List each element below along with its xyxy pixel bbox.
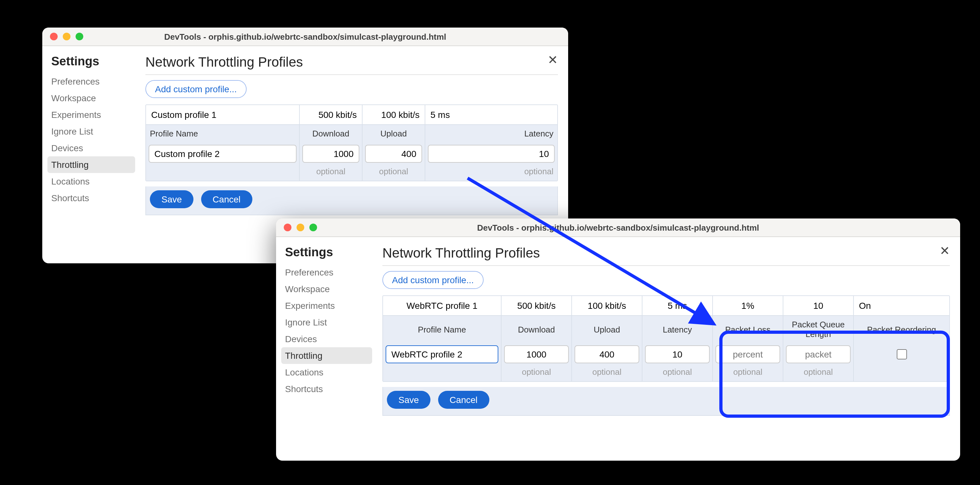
profile-edit-row bbox=[146, 142, 557, 165]
cancel-button[interactable]: Cancel bbox=[201, 190, 252, 208]
button-bar: Save Cancel bbox=[382, 387, 950, 416]
titlebar[interactable]: DevTools - orphis.github.io/webrtc-sandb… bbox=[42, 27, 568, 46]
header-profile-name: Profile Name bbox=[383, 316, 501, 343]
sidebar-item-throttling[interactable]: Throttling bbox=[281, 347, 372, 364]
profile-latency-cell: 5 ms bbox=[643, 296, 713, 315]
window-title: DevTools - orphis.github.io/webrtc-sandb… bbox=[42, 32, 568, 41]
profile-edit-header: Profile Name Download Upload Latency Pac… bbox=[383, 316, 949, 343]
sidebar-item-workspace[interactable]: Workspace bbox=[48, 90, 135, 107]
profile-name-cell: WebRTC profile 1 bbox=[383, 296, 501, 315]
traffic-light-close[interactable] bbox=[50, 33, 58, 40]
optional-label: optional bbox=[363, 165, 425, 181]
cancel-button[interactable]: Cancel bbox=[438, 391, 489, 409]
throttling-profiles-table: WebRTC profile 1 500 kbit/s 100 kbit/s 5… bbox=[382, 295, 950, 382]
profile-packet-loss-cell: 1% bbox=[713, 296, 783, 315]
traffic-light-close[interactable] bbox=[284, 224, 291, 231]
latency-input[interactable] bbox=[428, 145, 555, 163]
header-download: Download bbox=[501, 316, 572, 343]
profile-download-cell: 500 kbit/s bbox=[300, 105, 363, 124]
sidebar-item-workspace[interactable]: Workspace bbox=[281, 281, 372, 297]
download-input[interactable] bbox=[302, 145, 360, 163]
traffic-light-minimize[interactable] bbox=[297, 224, 304, 231]
profile-latency-cell: 5 ms bbox=[425, 105, 557, 124]
header-profile-name: Profile Name bbox=[146, 125, 300, 142]
optional-label: optional bbox=[501, 366, 572, 381]
profile-edit-header: Profile Name Download Upload Latency bbox=[146, 125, 557, 142]
optional-hint-row: optional optional optional optional opti… bbox=[383, 366, 949, 381]
titlebar[interactable]: DevTools - orphis.github.io/webrtc-sandb… bbox=[276, 218, 960, 237]
sidebar-item-locations[interactable]: Locations bbox=[281, 364, 372, 380]
settings-sidebar: Settings Preferences Workspace Experimen… bbox=[42, 46, 135, 263]
optional-label: optional bbox=[713, 366, 783, 381]
profile-name-input[interactable] bbox=[149, 145, 297, 163]
optional-label: optional bbox=[300, 165, 363, 181]
page-title: Network Throttling Profiles bbox=[145, 54, 558, 70]
sidebar-item-shortcuts[interactable]: Shortcuts bbox=[48, 190, 135, 206]
sidebar-item-throttling[interactable]: Throttling bbox=[48, 156, 135, 173]
sidebar-item-ignore-list[interactable]: Ignore List bbox=[281, 314, 372, 331]
header-packet-reorder: Packet Reordering bbox=[854, 316, 949, 343]
traffic-light-minimize[interactable] bbox=[63, 33, 70, 40]
profile-row-existing[interactable]: Custom profile 1 500 kbit/s 100 kbit/s 5… bbox=[146, 105, 557, 125]
save-button[interactable]: Save bbox=[387, 391, 430, 409]
optional-label: optional bbox=[783, 366, 854, 381]
settings-sidebar: Settings Preferences Workspace Experimen… bbox=[276, 237, 372, 461]
sidebar-item-experiments[interactable]: Experiments bbox=[281, 297, 372, 314]
save-button[interactable]: Save bbox=[150, 190, 193, 208]
sidebar-item-devices[interactable]: Devices bbox=[281, 331, 372, 347]
upload-input[interactable] bbox=[574, 345, 639, 363]
sidebar-heading: Settings bbox=[285, 245, 372, 259]
button-bar: Save Cancel bbox=[145, 186, 558, 215]
optional-label: optional bbox=[643, 366, 713, 381]
header-download: Download bbox=[300, 125, 363, 142]
profile-row-existing[interactable]: WebRTC profile 1 500 kbit/s 100 kbit/s 5… bbox=[383, 296, 949, 316]
profile-packet-queue-cell: 10 bbox=[783, 296, 854, 315]
sidebar-item-devices[interactable]: Devices bbox=[48, 140, 135, 156]
packet-queue-input[interactable] bbox=[786, 345, 851, 363]
header-latency: Latency bbox=[425, 125, 557, 142]
packet-reorder-checkbox[interactable] bbox=[896, 349, 907, 359]
sidebar-item-ignore-list[interactable]: Ignore List bbox=[48, 123, 135, 140]
header-upload: Upload bbox=[572, 316, 643, 343]
add-custom-profile-button[interactable]: Add custom profile... bbox=[145, 80, 246, 98]
profile-edit-row bbox=[383, 343, 949, 366]
profile-packet-reorder-cell: On bbox=[854, 296, 949, 315]
profile-upload-cell: 100 kbit/s bbox=[572, 296, 643, 315]
optional-label: optional bbox=[425, 165, 557, 181]
header-packet-loss: Packet Loss bbox=[713, 316, 783, 343]
throttling-profiles-table: Custom profile 1 500 kbit/s 100 kbit/s 5… bbox=[145, 105, 558, 181]
window-title: DevTools - orphis.github.io/webrtc-sandb… bbox=[276, 223, 960, 232]
close-icon[interactable]: ✕ bbox=[548, 54, 558, 66]
profile-name-input[interactable] bbox=[386, 345, 498, 363]
sidebar-item-locations[interactable]: Locations bbox=[48, 173, 135, 190]
traffic-light-zoom[interactable] bbox=[76, 33, 83, 40]
profile-download-cell: 500 kbit/s bbox=[501, 296, 572, 315]
sidebar-item-preferences[interactable]: Preferences bbox=[48, 73, 135, 90]
header-upload: Upload bbox=[363, 125, 425, 142]
download-input[interactable] bbox=[504, 345, 569, 363]
page-title: Network Throttling Profiles bbox=[382, 245, 950, 261]
header-latency: Latency bbox=[643, 316, 713, 343]
sidebar-item-shortcuts[interactable]: Shortcuts bbox=[281, 380, 372, 397]
packet-loss-input[interactable] bbox=[716, 345, 780, 363]
upload-input[interactable] bbox=[365, 145, 422, 163]
sidebar-item-experiments[interactable]: Experiments bbox=[48, 107, 135, 123]
traffic-light-zoom[interactable] bbox=[309, 224, 317, 231]
profile-name-cell: Custom profile 1 bbox=[146, 105, 300, 124]
header-packet-queue: Packet Queue Length bbox=[783, 316, 854, 343]
optional-label: optional bbox=[572, 366, 643, 381]
latency-input[interactable] bbox=[645, 345, 710, 363]
settings-main: ✕ Network Throttling Profiles Add custom… bbox=[372, 237, 960, 461]
sidebar-item-preferences[interactable]: Preferences bbox=[281, 264, 372, 281]
optional-hint-row: optional optional optional bbox=[146, 165, 557, 181]
devtools-window-after: DevTools - orphis.github.io/webrtc-sandb… bbox=[276, 218, 960, 461]
profile-upload-cell: 100 kbit/s bbox=[363, 105, 425, 124]
add-custom-profile-button[interactable]: Add custom profile... bbox=[382, 271, 483, 289]
close-icon[interactable]: ✕ bbox=[940, 245, 950, 257]
sidebar-heading: Settings bbox=[51, 54, 135, 68]
